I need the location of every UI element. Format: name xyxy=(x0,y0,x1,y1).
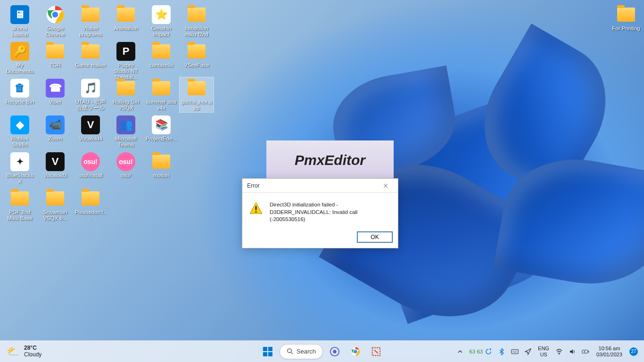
icon-label: Vtuber programs xyxy=(74,25,107,38)
desktop-icon[interactable]: Pleasedon't... xyxy=(74,188,107,222)
desktop-icon[interactable]: 🗑Recycle Bin xyxy=(3,77,37,106)
desktop-icon[interactable]: Game maker xyxy=(74,41,107,69)
folder-icon xyxy=(45,189,65,208)
desktop-icon[interactable]: VVocaloid3 xyxy=(38,151,72,180)
tray-chevron[interactable] xyxy=(454,343,466,361)
folder-icon xyxy=(81,189,100,208)
tray-volume[interactable] xyxy=(566,343,578,361)
tray-language[interactable]: ENG US xyxy=(535,343,552,361)
icon-label: Vocaloid3 xyxy=(39,173,71,179)
search-button[interactable]: Search xyxy=(280,344,323,359)
folder-icon xyxy=(81,41,100,61)
desktop-icon[interactable]: 👥Microsoft Teams xyxy=(109,114,143,149)
desktop-icon[interactable]: Rolling Girl VSQX xyxy=(109,77,143,112)
icon-label: Google Chrome xyxy=(39,25,71,38)
tray-wifi[interactable] xyxy=(553,343,565,361)
desktop-icon[interactable]: osu!osu! xyxy=(109,151,143,180)
icon-label: For Printing xyxy=(610,25,642,32)
desktop-icon[interactable]: TOR xyxy=(38,41,72,69)
icon-label: summer sea v4x xyxy=(145,99,177,111)
location-icon xyxy=(524,348,532,355)
svg-rect-19 xyxy=(588,351,589,352)
folder-icon xyxy=(187,5,206,25)
taskbar-app-snip[interactable] xyxy=(367,343,385,361)
svg-point-2 xyxy=(52,11,59,18)
desktop-icon[interactable]: gacha_nox.app xyxy=(180,77,214,112)
desktop-icon[interactable]: summer sea v4x xyxy=(144,77,178,112)
dialog-close-button[interactable] xyxy=(377,180,394,191)
desktop-icon[interactable]: ☎Viber xyxy=(38,77,72,106)
svg-point-14 xyxy=(354,349,357,353)
dialog-titlebar[interactable]: Error xyxy=(242,179,398,193)
battery-icon xyxy=(582,348,589,355)
chrome-icon xyxy=(350,346,361,357)
icon-label: PDF 2nd Miku Base xyxy=(4,209,36,222)
icon-label: Pleasedon't... xyxy=(74,209,107,222)
osu-icon: osu! xyxy=(116,152,136,172)
volume-icon xyxy=(569,348,576,355)
desktop-icon[interactable]: cendrillon miku f2nd xyxy=(180,4,214,39)
desktop-icon[interactable]: 🔑My Documents xyxy=(3,41,37,75)
icon-label: cantarella xyxy=(145,62,177,68)
utau-icon: 🎵 xyxy=(81,78,100,98)
desktop-icon[interactable]: ⭐Genshin Impact xyxy=(144,4,178,39)
desktop-icon[interactable]: Vtuber programs xyxy=(74,4,107,39)
tray-keyboard[interactable] xyxy=(509,343,521,361)
chrome-icon xyxy=(45,5,65,25)
tray-clock[interactable]: 10:56 am 03/01/2023 xyxy=(593,343,626,361)
desktop-icon[interactable]: cantarella xyxy=(144,41,178,69)
icon-label: Game maker xyxy=(74,62,107,68)
folder-icon xyxy=(616,5,636,25)
tray-system-stats[interactable]: 63 63 xyxy=(467,343,495,361)
tray-bluetooth[interactable] xyxy=(495,343,508,361)
zoom-icon: 📹 xyxy=(45,115,65,135)
desktop-icon[interactable]: VVocaloid4 xyxy=(74,114,107,143)
chevron-up-icon xyxy=(456,348,464,355)
desktop-icon[interactable]: 📹Zoom xyxy=(38,114,72,143)
desktop-icon[interactable]: ◆Roblox Studio xyxy=(3,114,37,149)
taskbar-weather[interactable]: ⛅ 28°C Cloudy xyxy=(0,345,104,358)
desktop-icon[interactable]: PDF 2nd Miku Base xyxy=(3,188,37,222)
svg-rect-7 xyxy=(263,352,267,356)
tray-location[interactable] xyxy=(522,343,534,361)
bluestacks-icon: ✦ xyxy=(10,152,30,172)
desktop-icon[interactable]: Google Chrome xyxy=(38,4,72,39)
desktop-icon[interactable]: Snowman VSQX b... xyxy=(38,188,72,222)
tray-battery[interactable] xyxy=(579,343,592,361)
close-icon xyxy=(383,183,388,188)
weather-desc: Cloudy xyxy=(24,352,41,358)
weather-temp: 28°C xyxy=(24,345,41,352)
folder-icon xyxy=(187,41,206,61)
desktop-icon[interactable]: osu!osu!install xyxy=(74,151,107,180)
svg-point-9 xyxy=(288,349,291,353)
desktop-icon[interactable]: PPiapro Studio NT Standal... xyxy=(109,41,143,82)
piapro-icon: P xyxy=(116,41,136,61)
dialog-ok-button[interactable]: OK xyxy=(357,232,392,242)
icon-label: cendrillon miku f2nd xyxy=(181,25,213,38)
desktop-icon[interactable]: For Printing xyxy=(609,4,643,33)
desktop-icon[interactable]: 📚ProjectEde... xyxy=(144,114,178,143)
tray-notifications[interactable]: 27 xyxy=(627,343,640,361)
osu-icon: osu! xyxy=(81,152,100,172)
dialog-message: Direct3D initialization failed - D3DERR_… xyxy=(270,201,391,223)
desktop-icon[interactable]: motion xyxy=(144,151,178,180)
desktop-icon[interactable]: 🖥Jhona Laptop xyxy=(3,4,37,39)
folder-icon xyxy=(45,41,65,61)
folder-icon xyxy=(81,5,100,25)
icon-label: My Documents xyxy=(4,62,36,74)
svg-rect-16 xyxy=(512,349,518,354)
desktop-icon[interactable]: ✦BlueStacks X xyxy=(3,151,37,186)
icon-label: Rolling Girl VSQX xyxy=(110,99,142,111)
icon-label: Jhona Laptop xyxy=(4,25,36,38)
start-button[interactable] xyxy=(259,343,277,361)
desktop-icon[interactable]: 🎵UTAU - 歌声合成ツール xyxy=(74,77,107,112)
desktop-icon[interactable]: VSeeFace xyxy=(180,41,214,69)
taskbar-app-chat[interactable] xyxy=(326,343,344,361)
folder-icon xyxy=(116,5,136,25)
taskbar-app-chrome[interactable] xyxy=(347,343,364,361)
icon-label: Genshin Impact xyxy=(145,25,177,38)
folder-icon xyxy=(151,78,171,98)
icon-label: TOR xyxy=(39,62,71,68)
desktop-icon[interactable]: Animation xyxy=(109,4,143,33)
icon-label: ProjectEde... xyxy=(145,136,177,142)
